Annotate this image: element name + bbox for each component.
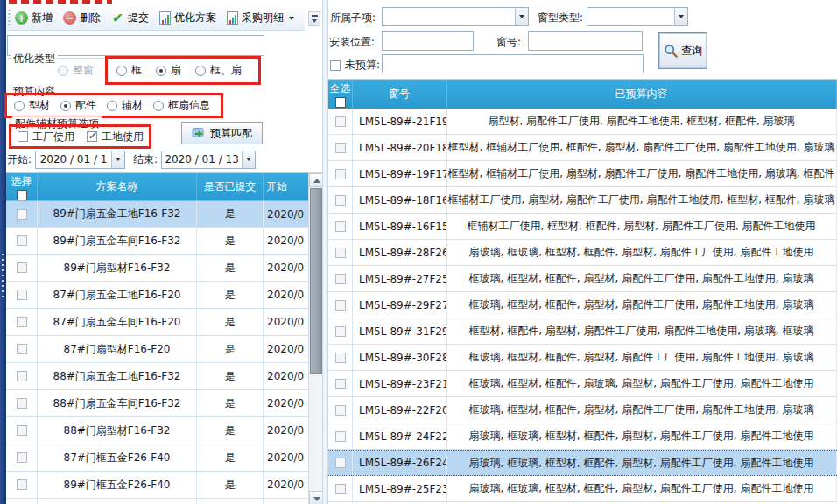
row-checkbox[interactable]: [335, 431, 346, 442]
scrollbar-thumb[interactable]: [310, 188, 322, 374]
toolbar-button[interactable]: 提交: [109, 9, 151, 27]
table-row[interactable]: LM5L-89#-23F21 框玻璃, 框型材, 框配件, 扇玻璃, 扇型材, …: [328, 371, 837, 397]
row-checkbox[interactable]: [17, 398, 27, 409]
plan-name-column-header[interactable]: 方案名称: [38, 173, 197, 200]
row-checkbox[interactable]: [335, 405, 346, 416]
row-checkbox[interactable]: [17, 235, 27, 246]
toolbar-overflow-button[interactable]: [308, 11, 320, 26]
row-checkbox[interactable]: [335, 353, 346, 363]
table-row[interactable]: LM5L-89#-16F15 框辅材工厂使用, 框型材, 框配件, 扇型材, 扇…: [328, 214, 837, 240]
submitted-cell: 是: [197, 444, 264, 471]
radio-whole-window[interactable]: 整窗: [58, 63, 94, 78]
row-checkbox[interactable]: [335, 221, 346, 232]
table-row[interactable]: 88#门框五金F21-F40 是 2020/0: [6, 499, 322, 504]
date-end-picker[interactable]: 2020 / 01 / 13: [161, 150, 256, 169]
radio-icon: [156, 66, 166, 76]
table-row[interactable]: LM5L-89#-18F16 框辅材工厂使用, 扇型材, 扇配件工厂使用, 扇配…: [328, 187, 837, 214]
checkbox-option[interactable]: 工厂使用: [18, 130, 74, 144]
row-checkbox[interactable]: [335, 248, 346, 258]
chevron-down-icon[interactable]: [674, 8, 687, 25]
row-checkbox[interactable]: [17, 209, 27, 220]
scroll-down-icon[interactable]: [309, 491, 322, 504]
radio-option[interactable]: 型材: [14, 98, 50, 113]
toolbar-button[interactable]: 新增: [12, 9, 55, 27]
row-checkbox[interactable]: [335, 326, 346, 337]
row-checkbox[interactable]: [17, 290, 27, 300]
scroll-up-icon[interactable]: [309, 173, 322, 187]
row-checkbox[interactable]: [335, 116, 346, 127]
chevron-down-icon[interactable]: [111, 151, 124, 168]
table-row[interactable]: LM5L-89#-25F23 扇玻璃, 框玻璃, 框型材, 框配件, 扇型材, …: [328, 476, 837, 502]
row-checkbox[interactable]: [17, 317, 27, 327]
radio-option[interactable]: 框扇信息: [153, 98, 210, 113]
row-checkbox[interactable]: [335, 379, 346, 389]
table-row[interactable]: 89#门扇型材F16-F32 是 2020/0: [6, 255, 322, 282]
budgeted-content-column-header[interactable]: 已预算内容: [447, 80, 837, 108]
select-all-checkbox[interactable]: [335, 97, 346, 108]
row-checkbox[interactable]: [17, 425, 27, 436]
table-row[interactable]: 88#门扇型材F16-F32 是 2020/0: [6, 417, 322, 444]
row-checkbox[interactable]: [335, 169, 346, 179]
table-row[interactable]: 89#门框五金F26-F40 是 2020/0: [6, 472, 322, 499]
table-row[interactable]: LM5L-89#-30F28 框玻璃, 框型材, 框配件, 扇型材, 扇配件工厂…: [328, 345, 837, 371]
date-start-picker[interactable]: 2020 / 01 / 1: [35, 150, 125, 169]
window-type-dropdown[interactable]: [587, 7, 688, 26]
table-row[interactable]: 87#门扇五金车间F16-F20 是 2020/0: [6, 309, 322, 336]
date-end-label: 结束:: [133, 152, 158, 167]
row-checkbox[interactable]: [335, 484, 346, 494]
panel-splitter[interactable]: [322, 0, 328, 504]
install-position-input[interactable]: [382, 32, 474, 51]
checkbox-option[interactable]: 工地使用: [87, 130, 144, 144]
table-row[interactable]: 87#门扇五金工地F16-F20 是 2020/0: [6, 282, 322, 309]
table-row[interactable]: LM5L-89#-27F25 框玻璃, 框型材, 框配件, 扇型材, 扇配件工厂…: [328, 266, 837, 292]
table-row[interactable]: 88#门扇五金车间F16-F32 是 2020/0: [6, 390, 322, 417]
docked-panel-strip[interactable]: [0, 0, 6, 504]
radio-option[interactable]: 扇: [156, 63, 181, 78]
row-checkbox[interactable]: [17, 371, 27, 382]
table-row[interactable]: LM5L-89#-19F17 框型材, 框辅材工厂使用, 扇型材, 扇配件工厂使…: [328, 161, 837, 187]
table-row[interactable]: LM5L-89#-21F19 扇型材, 扇配件工厂使用, 扇配件工地使用, 框型…: [328, 108, 837, 135]
sub-item-dropdown[interactable]: [382, 7, 529, 26]
toolbar-button[interactable]: 删除: [60, 9, 103, 27]
table-row[interactable]: LM5L-89#-26F24 扇玻璃, 框玻璃, 框型材, 框配件, 扇型材, …: [328, 450, 837, 476]
window-no-column-header[interactable]: 窗号: [353, 80, 447, 108]
chevron-down-icon[interactable]: [515, 8, 528, 25]
table-row[interactable]: LM5L-89#-28F26 扇玻璃, 框玻璃, 框型材, 框配件, 扇型材, …: [328, 240, 837, 266]
window-no-label: 窗号:: [496, 35, 521, 50]
table-row[interactable]: 89#门扇五金车间F16-F32 是 2020/0: [6, 228, 322, 255]
row-checkbox[interactable]: [335, 195, 346, 206]
no-budget-checkbox-option[interactable]: 未预算:: [330, 58, 380, 73]
row-checkbox[interactable]: [17, 452, 27, 463]
row-checkbox[interactable]: [17, 480, 27, 490]
chevron-down-icon[interactable]: [242, 151, 255, 168]
search-button[interactable]: 查询: [658, 32, 707, 69]
table-row[interactable]: LM5L-89#-24F22 扇玻璃, 框玻璃, 框型材, 框配件, 扇型材, …: [328, 424, 837, 450]
table-row[interactable]: 87#门扇型材F16-F20 是 2020/0: [6, 336, 322, 363]
table-row[interactable]: LM5L-89#-29F27 框玻璃, 框型材, 框配件, 扇型材, 扇配件工厂…: [328, 292, 837, 318]
table-row[interactable]: 88#门扇五金工地F16-F32 是 2020/0: [6, 363, 322, 390]
select-all-checkbox[interactable]: [17, 190, 27, 200]
plan-name-cell: 87#门扇五金车间F16-F20: [38, 309, 197, 335]
radio-option[interactable]: 框、扇: [195, 63, 242, 78]
radio-option[interactable]: 配件: [60, 98, 96, 113]
row-checkbox[interactable]: [335, 143, 346, 153]
table-row[interactable]: 87#门框五金F26-F40 是 2020/0: [6, 444, 322, 472]
vertical-scrollbar[interactable]: [308, 173, 322, 504]
row-checkbox[interactable]: [335, 274, 346, 284]
table-row[interactable]: LM5L-89#-20F18 框型材, 框辅材工厂使用, 框配件, 扇型材, 扇…: [328, 135, 837, 161]
toolbar-button[interactable]: 采购明细: [224, 9, 297, 27]
radio-option[interactable]: 框: [116, 63, 142, 78]
row-checkbox[interactable]: [335, 458, 346, 468]
table-row[interactable]: LM5L-89#-22F20 框玻璃, 框型材, 框配件, 扇型材, 扇配件工厂…: [328, 397, 837, 424]
toolbar-button[interactable]: 优化方案: [157, 9, 219, 27]
row-checkbox[interactable]: [335, 300, 346, 311]
row-checkbox[interactable]: [17, 262, 27, 273]
table-row[interactable]: LM5L-89#-31F29 框型材, 框配件, 扇型材, 扇配件工厂使用, 扇…: [328, 318, 837, 345]
radio-option[interactable]: 辅材: [107, 98, 143, 113]
window-no-input[interactable]: [528, 32, 643, 51]
table-row[interactable]: 89#门扇五金工地F16-F32 是 2020/0: [6, 200, 322, 228]
row-checkbox[interactable]: [17, 344, 27, 354]
no-budget-input[interactable]: [382, 54, 644, 74]
budget-match-button[interactable]: 预算匹配: [181, 122, 263, 144]
submitted-column-header[interactable]: 是否已提交: [197, 173, 264, 200]
